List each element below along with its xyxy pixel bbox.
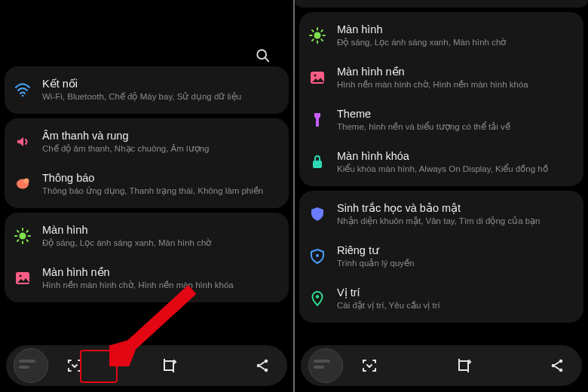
- item-subtitle: Cài đặt vị trí, Yêu cầu vị trí: [337, 300, 573, 311]
- item-title: Riêng tư: [337, 244, 573, 256]
- lock-icon: [308, 153, 326, 171]
- previous-card-tail: [295, 0, 588, 8]
- display-icon: [14, 227, 32, 245]
- settings-item-display[interactable]: Màn hình Độ sáng, Lọc ánh sáng xanh, Màn…: [5, 213, 289, 259]
- shield-icon: [308, 205, 326, 223]
- item-subtitle: Độ sáng, Lọc ánh sáng xanh, Màn hình chờ: [337, 37, 573, 48]
- crop-button[interactable]: [446, 348, 481, 383]
- screenshot-thumbnail[interactable]: [308, 348, 343, 383]
- settings-item-wallpaper[interactable]: Màn hình nền Hình nền màn hình chờ, Hình…: [5, 259, 289, 302]
- settings-item-theme[interactable]: Theme Theme, hình nền và biểu tượng có t…: [299, 100, 583, 142]
- item-subtitle: Wi-Fi, Bluetooth, Chế độ Máy bay, Sử dụn…: [42, 91, 278, 103]
- notification-icon: [14, 175, 32, 193]
- item-title: Kết nối: [42, 78, 278, 90]
- item-subtitle: Theme, hình nền và biểu tượng có thể tải…: [337, 121, 573, 133]
- crop-button[interactable]: [152, 348, 186, 383]
- privacy-icon: [308, 247, 326, 265]
- screenshot-toolbar: [301, 345, 582, 386]
- settings-list-right: Màn hình Độ sáng, Lọc ánh sáng xanh, Màn…: [295, 12, 588, 323]
- settings-item-wallpaper[interactable]: Màn hình nền Hình nền màn hình chờ, Hình…: [299, 58, 583, 100]
- settings-item-connections[interactable]: Kết nối Wi-Fi, Bluetooth, Chế độ Máy bay…: [5, 66, 289, 114]
- item-subtitle: Thông báo ứng dụng, Thanh trạng thái, Kh…: [42, 185, 278, 197]
- item-subtitle: Trình quản lý quyền: [337, 258, 573, 269]
- right-screenshot: Màn hình Độ sáng, Lọc ánh sáng xanh, Màn…: [295, 0, 588, 392]
- item-title: Sinh trắc học và bảo mật: [337, 202, 573, 214]
- wallpaper-icon: [14, 269, 32, 287]
- item-title: Màn hình: [42, 224, 278, 236]
- theme-icon: [308, 111, 326, 129]
- screenshot-toolbar: [6, 345, 287, 386]
- settings-item-display[interactable]: Màn hình Độ sáng, Lọc ánh sáng xanh, Màn…: [299, 12, 583, 58]
- screenshot-thumbnail[interactable]: [14, 348, 48, 383]
- settings-item-biometrics[interactable]: Sinh trắc học và bảo mật Nhận diện khuôn…: [299, 191, 583, 237]
- item-subtitle: Kiểu khóa màn hình, Always On Display, K…: [337, 164, 573, 175]
- settings-item-privacy[interactable]: Riêng tư Trình quản lý quyền: [299, 237, 583, 279]
- search-button[interactable]: [256, 48, 271, 66]
- item-subtitle: Hình nền màn hình chờ, Hình nền màn hình…: [337, 79, 573, 90]
- settings-item-sound[interactable]: Âm thanh và rung Chế độ âm thanh, Nhạc c…: [5, 118, 289, 164]
- item-title: Màn hình: [337, 23, 573, 35]
- item-subtitle: Nhận diện khuôn mặt, Vân tay, Tìm di độn…: [337, 216, 573, 227]
- item-title: Màn hình nền: [42, 266, 278, 278]
- item-subtitle: Độ sáng, Lọc ánh sáng xanh, Màn hình chờ: [42, 237, 278, 249]
- location-icon: [308, 289, 326, 308]
- settings-item-notifications[interactable]: Thông báo Thông báo ứng dụng, Thanh trạn…: [5, 164, 289, 208]
- item-title: Thông báo: [42, 172, 278, 184]
- settings-item-lockscreen[interactable]: Màn hình khóa Kiểu khóa màn hình, Always…: [299, 142, 583, 186]
- display-icon: [308, 26, 326, 44]
- item-title: Màn hình khóa: [337, 150, 573, 162]
- item-subtitle: Chế độ âm thanh, Nhạc chuông, Âm lượng: [42, 143, 278, 155]
- left-screenshot: Kết nối Wi-Fi, Bluetooth, Chế độ Máy bay…: [0, 0, 293, 392]
- item-title: Màn hình nền: [337, 66, 573, 78]
- item-title: Vị trí: [337, 286, 573, 299]
- settings-item-location[interactable]: Vị trí Cài đặt vị trí, Yêu cầu vị trí: [299, 279, 583, 323]
- share-button[interactable]: [540, 348, 574, 383]
- sound-icon: [14, 133, 32, 151]
- scroll-capture-button[interactable]: [57, 348, 92, 383]
- scroll-capture-button[interactable]: [352, 348, 387, 383]
- item-subtitle: Hình nền màn hình chờ, Hình nền màn hình…: [42, 280, 278, 291]
- item-title: Âm thanh và rung: [42, 130, 278, 142]
- share-button[interactable]: [245, 348, 280, 383]
- settings-list-left: Kết nối Wi-Fi, Bluetooth, Chế độ Máy bay…: [0, 66, 293, 302]
- item-title: Theme: [337, 108, 573, 120]
- wifi-icon: [14, 81, 32, 99]
- wallpaper-icon: [308, 69, 326, 87]
